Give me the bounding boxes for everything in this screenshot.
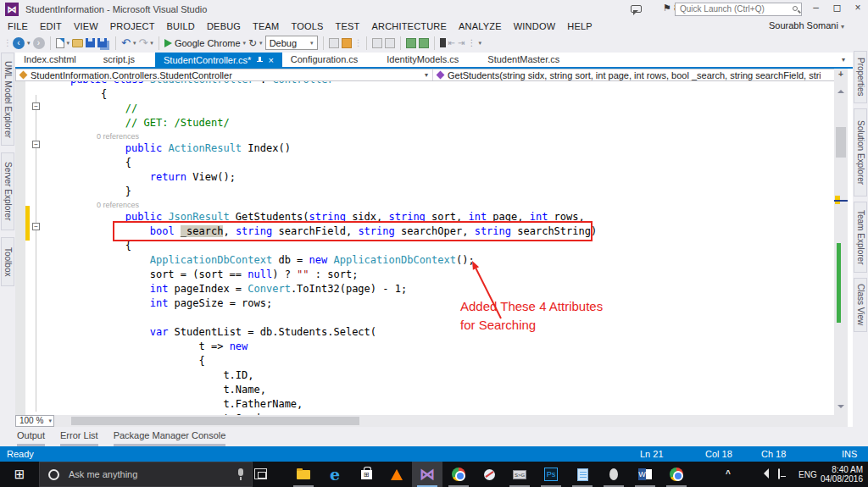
collapse-region-icon[interactable]: − bbox=[32, 141, 40, 148]
increase-indent-icon[interactable] bbox=[419, 38, 429, 48]
tab-configuration-cs[interactable]: Configuration.cs bbox=[282, 53, 367, 67]
menu-analyze[interactable]: ANALYZE bbox=[453, 21, 508, 31]
toolbar-options-dropdown-icon[interactable]: ▾ bbox=[478, 40, 481, 47]
refresh-icon[interactable]: ↻ bbox=[248, 37, 257, 49]
navigate-backward-button[interactable]: ‹ bbox=[13, 37, 25, 49]
next-bookmark-icon[interactable]: ⇥ bbox=[458, 38, 465, 47]
comment-out-icon[interactable] bbox=[372, 38, 382, 48]
sidebar-tab-team-explorer[interactable]: Team Explorer bbox=[854, 202, 867, 273]
scrollbar-thumb[interactable] bbox=[836, 127, 846, 158]
taskbar-visual-studio-icon[interactable]: ⋈ bbox=[412, 462, 442, 487]
taskbar-chrome-icon-2[interactable] bbox=[661, 462, 692, 487]
solution-configuration-select[interactable]: Debug▾ bbox=[265, 36, 318, 50]
taskbar-edge-icon[interactable]: e bbox=[320, 462, 350, 487]
cortana-search-input[interactable]: Ask me anything bbox=[39, 462, 253, 487]
minimize-button[interactable]: – bbox=[805, 0, 826, 17]
taskbar-chrome-icon[interactable] bbox=[443, 462, 474, 487]
toolbar-grip[interactable]: ⋮ bbox=[3, 38, 10, 47]
microphone-icon[interactable] bbox=[238, 468, 243, 476]
clear-bookmarks-icon[interactable]: ⋮ bbox=[467, 38, 476, 47]
new-file-button[interactable] bbox=[56, 38, 64, 48]
menu-architecture[interactable]: ARCHITECTURE bbox=[365, 21, 453, 31]
quick-launch-input[interactable]: Quick Launch (Ctrl+Q) bbox=[675, 3, 802, 16]
menu-team[interactable]: TEAM bbox=[247, 21, 285, 31]
previous-bookmark-icon[interactable]: ⇤ bbox=[448, 38, 455, 47]
taskbar-vlc-icon[interactable] bbox=[381, 462, 412, 487]
save-all-button[interactable] bbox=[97, 38, 107, 47]
menu-project[interactable]: PROJECT bbox=[104, 21, 161, 31]
tab-output[interactable]: Output bbox=[17, 430, 45, 446]
sidebar-tab-toolbox[interactable]: Toolbox bbox=[1, 237, 14, 286]
menu-window[interactable]: WINDOW bbox=[508, 21, 561, 31]
taskbar-photoshop-icon[interactable]: Ps bbox=[536, 462, 566, 487]
navigate-back-dropdown-icon[interactable]: ▾ bbox=[27, 40, 31, 47]
menu-file[interactable]: FILE bbox=[2, 21, 34, 31]
tab-studentmaster-cs[interactable]: StudentMaster.cs bbox=[479, 53, 568, 67]
undo-button[interactable]: ↶ bbox=[121, 37, 131, 49]
close-button[interactable]: × bbox=[848, 0, 868, 17]
menu-build[interactable]: BUILD bbox=[161, 21, 201, 31]
sidebar-tab-uml-model-explorer[interactable]: UML Model Explorer bbox=[1, 53, 14, 146]
uncomment-icon[interactable] bbox=[385, 38, 395, 48]
browser-target-dropdown-icon[interactable]: ▾ bbox=[243, 40, 247, 47]
menu-view[interactable]: VIEW bbox=[68, 21, 104, 31]
horizontal-scrollbar[interactable]: 100 % ▾ bbox=[15, 415, 848, 427]
start-button[interactable]: ⊞ bbox=[0, 462, 39, 487]
tab-list-dropdown-icon[interactable]: ▾ bbox=[842, 56, 845, 64]
tray-expand-icon[interactable]: ^ bbox=[726, 469, 731, 487]
sidebar-tab-class-view[interactable]: Class View bbox=[854, 278, 867, 332]
sidebar-tab-properties[interactable]: Properties bbox=[854, 51, 867, 103]
menu-edit[interactable]: EDIT bbox=[34, 21, 68, 31]
tab-identitymodels-cs[interactable]: IdentityModels.cs bbox=[378, 53, 467, 67]
toolbar-overflow-grip[interactable]: ⋮ bbox=[354, 38, 361, 47]
vertical-scrollbar[interactable] bbox=[834, 81, 848, 415]
clock[interactable]: 8:40 AM 04/08/2016 bbox=[821, 465, 863, 484]
editor-zoom-select[interactable]: 100 % ▾ bbox=[15, 415, 54, 427]
taskbar-store-icon[interactable]: ⊞ bbox=[351, 462, 381, 487]
menu-test[interactable]: TEST bbox=[330, 21, 366, 31]
scrollbar-thumb[interactable] bbox=[71, 417, 359, 425]
breakpoint-margin[interactable] bbox=[15, 81, 25, 415]
type-dropdown[interactable]: StudentInformation.Controllers.StudentCo… bbox=[16, 69, 433, 80]
taskbar-screentogif-icon[interactable]: S>G bbox=[504, 462, 535, 487]
code-editor[interactable]: public class StudentController : Control… bbox=[15, 81, 834, 415]
action-center-icon[interactable] bbox=[778, 469, 780, 487]
taskbar-mouse-tool-icon[interactable] bbox=[598, 462, 629, 487]
collapse-region-icon[interactable]: − bbox=[32, 102, 40, 110]
collapse-region-icon[interactable]: − bbox=[32, 223, 40, 230]
restore-button[interactable]: ◻ bbox=[826, 0, 848, 17]
sidebar-tab-solution-explorer[interactable]: Solution Explorer bbox=[854, 108, 867, 196]
language-indicator[interactable]: ENG bbox=[798, 470, 817, 487]
toggle-bookmark-icon[interactable] bbox=[440, 38, 446, 47]
signed-in-user[interactable]: Sourabh Somani ▾ bbox=[769, 20, 844, 30]
tab-studentcontroller-cs[interactable]: StudentController.cs* × bbox=[155, 53, 282, 67]
navigate-to-icon[interactable] bbox=[342, 38, 352, 48]
menu-tools[interactable]: TOOLS bbox=[285, 21, 329, 31]
start-debugging-button[interactable] bbox=[164, 39, 172, 47]
tab-script-js[interactable]: script.js bbox=[95, 53, 143, 67]
feedback-icon[interactable] bbox=[631, 5, 642, 13]
member-dropdown[interactable]: GetStudents(string sidx, string sort, in… bbox=[433, 69, 847, 80]
tab-error-list[interactable]: Error List bbox=[60, 430, 98, 446]
taskbar-screen-capture-icon[interactable] bbox=[474, 462, 504, 487]
taskbar-word-icon[interactable]: W bbox=[630, 462, 660, 487]
close-tab-icon[interactable]: × bbox=[268, 55, 273, 65]
menu-debug[interactable]: DEBUG bbox=[201, 21, 247, 31]
tab-package-manager-console[interactable]: Package Manager Console bbox=[114, 430, 226, 446]
taskbar-file-explorer-icon[interactable] bbox=[288, 462, 319, 487]
save-button[interactable] bbox=[86, 38, 95, 47]
redo-button[interactable]: ↷ bbox=[138, 37, 147, 49]
editor-splitter-handle[interactable]: + bbox=[834, 69, 848, 81]
open-file-button[interactable] bbox=[72, 39, 83, 47]
pin-tab-icon[interactable] bbox=[256, 56, 263, 64]
sidebar-tab-server-explorer[interactable]: Server Explorer bbox=[1, 152, 14, 230]
undo-dropdown-icon[interactable]: ▾ bbox=[133, 40, 136, 47]
tab-index-cshtml[interactable]: Index.cshtml bbox=[15, 53, 85, 67]
taskbar-notepad-icon[interactable] bbox=[567, 462, 598, 487]
decrease-indent-icon[interactable] bbox=[406, 38, 416, 48]
refresh-dropdown-icon[interactable]: ▾ bbox=[259, 40, 263, 47]
scroll-down-icon[interactable] bbox=[837, 405, 844, 412]
browser-target-label[interactable]: Google Chrome bbox=[175, 38, 241, 48]
menu-help[interactable]: HELP bbox=[561, 21, 598, 31]
scroll-up-icon[interactable] bbox=[837, 86, 844, 93]
